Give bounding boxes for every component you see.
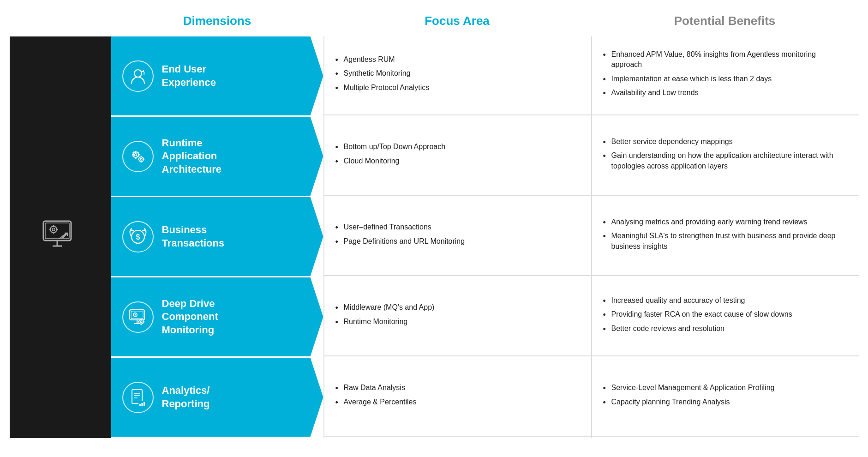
left-sidebar [10,36,111,438]
svg-rect-14 [135,151,136,153]
svg-rect-0 [43,221,71,241]
svg-rect-37 [140,323,142,325]
benefits-bullet: Capacity planning Trending Analysis [603,397,848,407]
benefits-header: Potential Benefits [591,9,859,36]
dimension-label-runtime-app: RuntimeApplicationArchitecture [162,137,222,176]
svg-point-22 [139,157,144,162]
dimensions-header: Dimensions [111,9,323,36]
benefits-bullet: Service-Level Management & Application P… [603,383,848,393]
svg-rect-48 [141,403,143,406]
header-row: Dimensions Focus Area Potential Benefits [10,9,859,36]
dimension-label-deep-drive: Deep DriveComponentMonitoring [162,297,218,337]
svg-rect-7 [53,232,54,234]
focus-bullet: Agentless RUM [335,54,580,65]
dollar-circle-icon: $ [122,221,154,253]
benefits-bullet: Meaningful SLA's to strengthen trust wit… [603,231,848,252]
svg-rect-39 [143,321,144,322]
svg-point-4 [50,226,57,233]
focus-bullet: Runtime Monitoring [335,317,580,327]
chart-doc-icon [122,382,154,413]
focus-item-runtime-app: Bottom up/Top Down ApproachCloud Monitor… [324,117,591,196]
benefits-item-analytics: Service-Level Management & Application P… [592,358,859,437]
focus-bullet: Bottom up/Top Down Approach [335,142,580,152]
focus-bullet: Average & Percentiles [335,397,580,407]
svg-rect-18 [132,151,134,153]
svg-rect-16 [132,154,134,155]
benefits-bullet: Better code reviews and resolution [603,324,848,334]
svg-rect-25 [140,161,142,162]
svg-rect-49 [144,402,145,406]
svg-point-35 [140,321,142,323]
focus-item-deep-drive: Middleware (MQ's and App)Runtime Monitor… [324,277,591,356]
focus-bullet: Page Definitions and URL Monitoring [335,236,580,247]
svg-rect-8 [49,229,51,230]
focus-column: Agentless RUMSynthetic MonitoringMultipl… [323,36,591,438]
main-content: End UserExperience RuntimeApplicationArc… [10,36,859,438]
dimension-label-business-transactions: BusinessTransactions [162,223,225,250]
focus-item-analytics: Raw Data AnalysisAverage & Percentiles [324,358,591,437]
svg-point-41 [134,314,136,315]
svg-rect-26 [138,158,139,160]
benefits-item-deep-drive: Increased quality and accuracy of testin… [592,277,859,356]
focus-bullet: Middleware (MQ's and App) [335,302,580,313]
svg-rect-1 [45,223,69,239]
svg-rect-19 [137,151,138,153]
benefits-bullet: Enhanced APM Value, 80% insights from Ag… [603,49,848,70]
svg-rect-9 [56,229,58,230]
svg-point-5 [52,228,55,231]
svg-rect-15 [135,157,136,159]
gears-icon [122,141,154,172]
sidebar-monitor-icon [40,216,81,258]
focus-bullet: Raw Data Analysis [335,383,580,393]
benefits-bullet: Availability and Low trends [603,88,848,98]
svg-point-13 [134,153,137,156]
dimension-item-end-user: End UserExperience [111,36,323,115]
svg-point-23 [140,158,142,160]
svg-point-11 [134,70,142,77]
svg-rect-38 [138,321,139,322]
benefits-item-business-transactions: Analysing metrics and providing early wa… [592,197,859,276]
dimension-label-analytics: Analytics/Reporting [162,384,210,410]
benefits-bullet: Analysing metrics and providing early wa… [603,217,848,227]
dimension-item-runtime-app: RuntimeApplicationArchitecture [111,117,323,196]
svg-rect-36 [140,319,142,320]
person-icon [122,60,154,92]
dimension-item-analytics: Analytics/Reporting [111,358,323,437]
benefits-item-end-user: Enhanced APM Value, 80% insights from Ag… [592,36,859,115]
benefits-bullet: Providing faster RCA on the exact cause … [603,309,848,319]
dimension-item-business-transactions: $ BusinessTransactions [111,197,323,276]
main-table: Dimensions Focus Area Potential Benefits [10,9,859,438]
benefits-bullet: Gain understanding on how the applicatio… [603,150,848,171]
focus-bullet: Multiple Protocol Analytics [335,83,580,93]
svg-rect-6 [53,225,54,227]
focus-bullet: User–defined Transactions [335,222,580,232]
benefits-bullet: Implementation at ease which is less tha… [603,74,848,84]
dimension-label-end-user: End UserExperience [162,63,216,89]
benefits-item-runtime-app: Better service dependency mappingsGain u… [592,117,859,196]
svg-rect-27 [143,158,144,160]
svg-rect-24 [140,156,142,157]
focus-item-end-user: Agentless RUMSynthetic MonitoringMultipl… [324,36,591,115]
dimension-item-deep-drive: Deep DriveComponentMonitoring [111,277,323,356]
spacer [10,9,111,36]
focus-bullet: Synthetic Monitoring [335,68,580,78]
svg-text:$: $ [136,233,140,241]
focus-item-business-transactions: User–defined TransactionsPage Definition… [324,197,591,276]
focus-header: Focus Area [323,9,591,36]
benefits-column: Enhanced APM Value, 80% insights from Ag… [591,36,859,438]
monitor-gears-icon [122,301,154,333]
benefits-bullet: Increased quality and accuracy of testin… [603,295,848,306]
focus-bullet: Cloud Monitoring [335,156,580,166]
svg-rect-17 [138,154,140,155]
benefits-bullet: Better service dependency mappings [603,137,848,147]
svg-rect-47 [139,404,141,406]
dimensions-column: End UserExperience RuntimeApplicationArc… [111,36,323,438]
